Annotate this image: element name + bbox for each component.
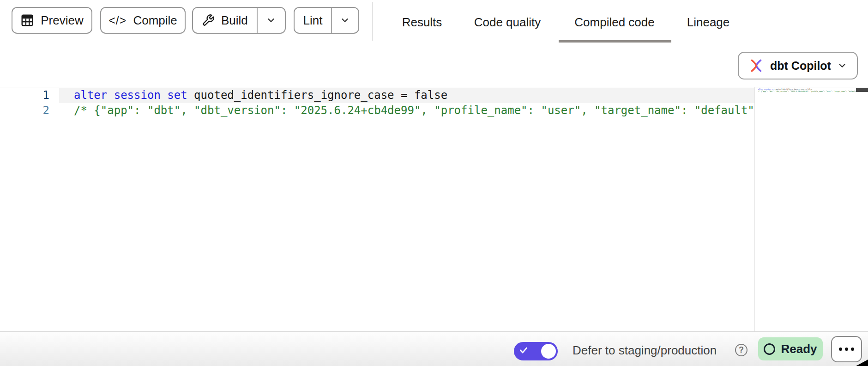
defer-toggle[interactable]	[514, 342, 558, 360]
dbt-copilot-label: dbt Copilot	[770, 59, 831, 73]
build-dropdown-button[interactable]	[257, 8, 285, 33]
minimap-line-2: /* {"app": "dbt", "dbt_version": "2025.6…	[758, 91, 859, 93]
tab-lineage[interactable]: Lineage	[687, 15, 730, 30]
build-button[interactable]: Build	[193, 8, 257, 33]
build-button-label: Build	[221, 13, 248, 28]
ready-label: Ready	[781, 342, 817, 356]
tab-code-quality[interactable]: Code quality	[474, 15, 541, 30]
tab-compiled-code[interactable]: Compiled code	[574, 15, 654, 30]
chevron-down-icon	[340, 15, 350, 25]
lint-button[interactable]: Lint	[295, 8, 331, 33]
wrench-icon	[202, 14, 215, 27]
minimap-text: alter session set	[758, 88, 775, 90]
status-bar: Defer to staging/production ? Ready	[0, 331, 868, 366]
check-icon	[519, 346, 528, 355]
minimap-content: alter session set quoted_identifiers_ign…	[758, 88, 859, 93]
sql-comment: /* {"app": "dbt", "dbt_version": "2025.6…	[74, 104, 754, 117]
editor-minimap[interactable]: alter session set quoted_identifiers_ign…	[754, 87, 868, 332]
lint-split-button: Lint	[294, 7, 359, 34]
preview-button-label: Preview	[41, 13, 83, 28]
dbt-ide-page: Preview </> Compile Build Lint Result	[0, 0, 868, 366]
compile-button[interactable]: </> Compile	[100, 7, 186, 34]
tab-results[interactable]: Results	[402, 15, 442, 30]
mouse-cursor	[856, 360, 868, 366]
active-tab-indicator	[559, 40, 671, 43]
preview-button[interactable]: Preview	[12, 7, 92, 34]
question-circle-icon[interactable]: ?	[735, 344, 747, 356]
minimap-text: quoted_identifiers_ignore_case = false	[775, 88, 813, 90]
compiled-code-editor[interactable]: 1 2 alter session set quoted_identifiers…	[0, 87, 868, 331]
ready-status-badge: Ready	[758, 337, 823, 360]
build-split-button: Build	[192, 7, 286, 34]
more-options-button[interactable]	[831, 336, 862, 362]
code-icon: </>	[108, 14, 127, 27]
lint-dropdown-button[interactable]	[331, 8, 358, 33]
minimap-text: /* {"app": "dbt", "dbt_version": "2025.6…	[758, 91, 857, 92]
line-number-gutter: 1 2	[0, 88, 49, 118]
defer-label: Defer to staging/production	[573, 343, 717, 358]
line-number: 1	[0, 88, 49, 103]
toggle-knob	[541, 344, 556, 359]
chevron-down-icon	[266, 15, 276, 25]
line-number: 2	[0, 103, 49, 118]
lint-button-label: Lint	[303, 13, 322, 28]
compile-button-label: Compile	[133, 13, 177, 28]
dbt-copilot-icon	[748, 58, 764, 73]
sql-keyword: alter session set	[74, 89, 187, 102]
scrollbar-thumb[interactable]	[856, 88, 868, 92]
chevron-down-icon	[837, 61, 847, 71]
code-line-1: alter session set quoted_identifiers_ign…	[74, 88, 754, 103]
code-area[interactable]: alter session set quoted_identifiers_ign…	[74, 88, 754, 331]
table-icon	[20, 13, 34, 27]
dbt-copilot-button[interactable]: dbt Copilot	[738, 52, 858, 79]
sql-text: quoted_identifiers_ignore_case = false	[187, 89, 448, 102]
status-ring-icon	[764, 343, 775, 355]
toolbar-divider	[372, 2, 373, 41]
ellipsis-icon	[839, 348, 842, 351]
code-line-2: /* {"app": "dbt", "dbt_version": "2025.6…	[74, 103, 754, 118]
